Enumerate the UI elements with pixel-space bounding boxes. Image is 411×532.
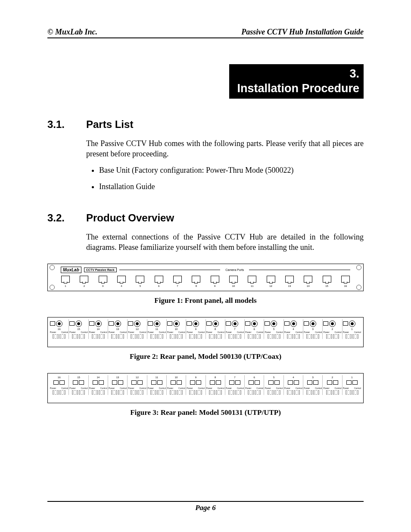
rear-module-5: 5PowerControl: [264, 319, 283, 339]
port-number-label: 4: [117, 285, 126, 287]
mount-hole-icon: [50, 265, 55, 270]
rj45-port-4: 4: [117, 276, 126, 287]
rj45-jack-icon: [136, 276, 144, 283]
document-page: © MuxLab Inc. Passive CCTV Hub Installat…: [0, 0, 411, 532]
rj45-jack-icon: [155, 276, 163, 283]
chapter-number: 3.: [237, 67, 359, 81]
rear-module-11: 11PowerControl: [147, 319, 166, 339]
module-number-label: 3: [304, 328, 322, 330]
rj45-jack-icon: [59, 380, 65, 385]
module-number-label: 15: [69, 328, 87, 330]
rear-module-14: 14PowerControl: [88, 319, 108, 339]
rj45-jack-icon: [255, 380, 260, 385]
terminal-block-icon: [245, 390, 263, 395]
bnc-connector-icon: [154, 320, 160, 327]
rj45-jack-icon: [307, 380, 312, 385]
terminal-block-icon: [148, 390, 166, 395]
rj45-jack-icon: [226, 321, 231, 326]
rj45-jack-icon: [285, 276, 294, 283]
rj45-jack-icon: [79, 380, 84, 385]
page-number: Page 6: [47, 504, 364, 512]
terminal-block-icon: [284, 390, 302, 395]
module-number-label: 14: [89, 328, 107, 330]
port-number-label: 15: [322, 285, 332, 287]
rj45-jack-icon: [265, 321, 270, 326]
footer-rule: [47, 501, 364, 502]
rj45-jack-icon: [267, 276, 275, 283]
rj45-jack-icon: [333, 380, 338, 385]
figure-caption: Figure 1: Front panel, all models: [47, 296, 364, 305]
rj45-jack-icon: [173, 276, 182, 283]
port-number-label: 14: [303, 285, 313, 287]
rj45-port-2: 2: [79, 276, 89, 287]
figure-caption: Figure 2: Rear panel, Model 500130 (UTP/…: [47, 352, 364, 361]
rj45-jack-icon: [50, 321, 55, 326]
module-number-label: 13: [109, 328, 127, 330]
rj45-jack-icon: [346, 380, 352, 385]
section-3-2-body: The external connections of the Passive …: [86, 232, 364, 253]
rj45-jack-icon: [167, 321, 172, 326]
bnc-connector-icon: [232, 320, 238, 327]
terminal-block-icon: [128, 390, 146, 395]
rear-panel-coax-diagram: 16PowerControl15PowerControl14PowerContr…: [47, 317, 364, 347]
header-left: © MuxLab Inc.: [47, 28, 97, 37]
rear-module-8: 8PowerControl: [206, 375, 225, 395]
rj45-jack-icon: [192, 276, 200, 283]
terminal-block-icon: [265, 390, 283, 395]
rj45-port-12: 12: [266, 276, 276, 287]
terminal-block-icon: [167, 390, 185, 395]
mount-hole-icon: [50, 285, 55, 290]
bnc-connector-icon: [134, 320, 140, 327]
rj45-jack-icon: [131, 380, 137, 385]
rj45-jack-icon: [343, 321, 348, 326]
rj45-jack-icon: [210, 380, 215, 385]
figure-3: 16PowerControl15PowerControl14PowerContr…: [47, 373, 364, 417]
port-number-label: 1: [61, 285, 70, 287]
rj45-port-7: 7: [173, 276, 182, 287]
section-intro-text: The external connections of the Passive …: [86, 232, 364, 253]
section-title: Product Overview: [86, 212, 174, 224]
rj45-jack-icon: [89, 321, 94, 326]
rj45-jack-icon: [304, 321, 309, 326]
module-number-label: 9: [187, 328, 205, 330]
module-number-label: 4: [284, 328, 302, 330]
rj45-port-10: 10: [229, 276, 238, 287]
rj45-port-9: 9: [210, 276, 220, 287]
rj45-jack-icon: [248, 276, 256, 283]
rj45-port-3: 3: [98, 276, 108, 287]
rj45-jack-icon: [304, 276, 312, 283]
section-number: 3.1.: [47, 118, 86, 131]
bnc-connector-icon: [115, 320, 121, 327]
port-number-label: 8: [191, 285, 201, 287]
bnc-connector-icon: [349, 320, 355, 327]
module-number-label: 1: [343, 328, 361, 330]
terminal-block-icon: [265, 334, 283, 339]
terminal-block-icon: [167, 334, 185, 339]
rear-module-8: 8PowerControl: [206, 319, 225, 339]
terminal-block-icon: [50, 390, 68, 395]
divider-line: [249, 270, 350, 270]
bnc-connector-icon: [251, 320, 258, 327]
terminal-block-icon: [206, 334, 224, 339]
ports-group-label: Camera Ports: [223, 268, 246, 271]
rear-module-5: 5PowerControl: [264, 375, 283, 395]
rj45-jack-icon: [190, 380, 195, 385]
rj45-jack-icon: [69, 321, 75, 326]
terminal-block-icon: [323, 334, 341, 339]
parts-list-item: Installation Guide: [99, 181, 364, 192]
page-footer: Page 6: [47, 501, 364, 512]
terminal-block-icon: [343, 390, 361, 395]
rj45-jack-icon: [216, 380, 221, 385]
section-number: 3.2.: [47, 212, 86, 224]
terminal-block-icon: [226, 390, 244, 395]
terminal-block-icon: [187, 390, 205, 395]
rj45-jack-icon: [206, 321, 212, 326]
rj45-jack-icon: [352, 380, 358, 385]
terminal-block-icon: [226, 334, 244, 339]
rear-module-13: 13PowerControl: [108, 319, 127, 339]
module-number-label: 6: [245, 328, 263, 330]
rj45-jack-icon: [323, 276, 331, 283]
product-label: CCTV Passive Rack: [84, 268, 117, 272]
rj45-jack-icon: [268, 380, 274, 385]
rj45-jack-icon: [171, 380, 176, 385]
